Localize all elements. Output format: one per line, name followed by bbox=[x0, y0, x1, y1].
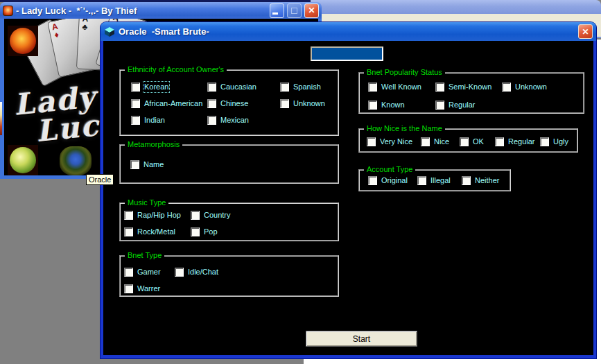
checkbox-unknown-popularity[interactable]: Unknown bbox=[502, 83, 547, 92]
close-button[interactable]: ✕ bbox=[304, 3, 319, 18]
checkbox-box bbox=[460, 137, 469, 146]
close-icon: ✕ bbox=[308, 6, 315, 15]
checkbox-illegal[interactable]: Illegal bbox=[417, 176, 451, 185]
checkbox-box bbox=[502, 83, 511, 92]
checkbox-box bbox=[207, 83, 216, 92]
group-title: Metamorphosis bbox=[125, 140, 182, 148]
checkbox-rock-metal[interactable]: Rock/Metal bbox=[124, 227, 175, 236]
checkbox-regular-niceness[interactable]: Regular bbox=[495, 137, 535, 146]
group-title: Bnet Popularity Status bbox=[364, 68, 445, 76]
checkbox-box bbox=[175, 268, 184, 277]
checkbox-nice[interactable]: Nice bbox=[421, 137, 449, 146]
checkbox-gamer[interactable]: Gamer bbox=[124, 268, 161, 277]
checkbox-box bbox=[130, 160, 139, 169]
minimize-button[interactable] bbox=[270, 3, 284, 18]
start-button[interactable]: Start bbox=[306, 331, 417, 347]
checkbox-box bbox=[435, 83, 444, 92]
group-title: How Nice is the Name bbox=[364, 124, 445, 132]
group-account-type: Account Type Original Illegal Neither bbox=[358, 169, 511, 191]
group-ethnicity: Ethnicity of Account Owner's Korean Cauc… bbox=[119, 69, 339, 136]
checkbox-well-known[interactable]: Well Known bbox=[368, 83, 421, 92]
background-window-titlebar bbox=[304, 0, 601, 14]
checkbox-box bbox=[124, 284, 133, 293]
group-metamorphosis: Metamorphosis Name bbox=[119, 144, 339, 184]
checkbox-korean[interactable]: Korean bbox=[131, 83, 168, 92]
lady-luck-titlebar[interactable]: - Lady Luck - *`'-.,.- By Thief ✕ bbox=[0, 2, 322, 19]
checkbox-box bbox=[207, 99, 216, 108]
checkbox-box bbox=[280, 99, 289, 108]
checkbox-unknown-ethnicity[interactable]: Unknown bbox=[280, 99, 325, 108]
checkbox-box bbox=[540, 137, 549, 146]
lady-luck-title: - Lady Luck - *`'-.,.- By Thief bbox=[16, 6, 267, 16]
checkbox-box bbox=[131, 116, 140, 125]
maximize-icon bbox=[291, 8, 297, 14]
checkbox-name[interactable]: Name bbox=[130, 160, 164, 169]
checkbox-box bbox=[367, 137, 376, 146]
checkbox-regular-popularity[interactable]: Regular bbox=[435, 101, 476, 110]
checkbox-idle-chat[interactable]: Idle/Chat bbox=[175, 268, 218, 277]
checkbox-mexican[interactable]: Mexican bbox=[207, 116, 249, 125]
checkbox-ok[interactable]: OK bbox=[460, 137, 484, 146]
checkbox-box bbox=[124, 227, 133, 236]
checkbox-box bbox=[368, 101, 377, 110]
checkbox-box bbox=[462, 176, 471, 185]
checkbox-box bbox=[124, 211, 133, 220]
left-edge-window-sliver bbox=[0, 102, 2, 135]
checkbox-country[interactable]: Country bbox=[191, 211, 231, 220]
lady-luck-app-icon bbox=[3, 6, 13, 16]
green-orb-icon[interactable] bbox=[10, 147, 36, 173]
checkbox-neither[interactable]: Neither bbox=[462, 176, 499, 185]
maximize-button[interactable] bbox=[287, 3, 302, 18]
group-title: Account Type bbox=[364, 165, 415, 173]
group-title: Music Type bbox=[125, 198, 168, 207]
checkbox-box bbox=[191, 227, 200, 236]
checkbox-known[interactable]: Known bbox=[368, 101, 405, 110]
checkbox-box bbox=[131, 83, 140, 92]
group-bnet-popularity: Bnet Popularity Status Well Known Semi-K… bbox=[358, 72, 584, 114]
checkbox-box bbox=[368, 83, 377, 92]
window-frame-left bbox=[0, 19, 4, 179]
checkbox-rap-hip-hop[interactable]: Rap/Hip Hop bbox=[124, 211, 181, 220]
oracle-dialog: Oracle -Smart Brute- ✕ Ethnicity of Acco… bbox=[101, 22, 596, 358]
checkbox-warrer[interactable]: Warrer bbox=[124, 284, 160, 293]
checkbox-box bbox=[207, 116, 216, 125]
oracle-crest-icon[interactable] bbox=[60, 146, 92, 175]
checkbox-box bbox=[368, 176, 377, 185]
checkbox-box bbox=[124, 268, 133, 277]
group-name-niceness: How Nice is the Name Very Nice Nice OK R… bbox=[358, 128, 578, 153]
oracle-tooltip: Oracle bbox=[86, 174, 114, 185]
fire-orb-icon[interactable] bbox=[10, 28, 36, 54]
checkbox-spanish[interactable]: Spanish bbox=[280, 83, 321, 92]
checkbox-box bbox=[191, 211, 200, 220]
checkbox-very-nice[interactable]: Very Nice bbox=[367, 137, 412, 146]
checkbox-indian[interactable]: Indian bbox=[131, 116, 165, 125]
oracle-dialog-icon bbox=[104, 26, 115, 37]
group-music-type: Music Type Rap/Hip Hop Country Rock/Meta… bbox=[119, 202, 339, 241]
oracle-dialog-client: Ethnicity of Account Owner's Korean Cauc… bbox=[103, 41, 593, 355]
checkbox-box bbox=[131, 99, 140, 108]
group-title: Bnet Type bbox=[125, 251, 164, 259]
checkbox-ugly[interactable]: Ugly bbox=[540, 137, 568, 146]
checkbox-semi-known[interactable]: Semi-Known bbox=[435, 83, 491, 92]
group-bnet-type: Bnet Type Gamer Idle/Chat Warrer bbox=[119, 255, 339, 297]
minimize-icon bbox=[272, 12, 278, 15]
oracle-dialog-title: Oracle -Smart Brute- bbox=[119, 26, 575, 37]
oracle-dialog-titlebar[interactable]: Oracle -Smart Brute- ✕ bbox=[101, 22, 596, 41]
checkbox-caucasian[interactable]: Caucasian bbox=[207, 83, 256, 92]
group-title: Ethnicity of Account Owner's bbox=[125, 65, 227, 73]
close-icon: ✕ bbox=[582, 28, 589, 36]
checkbox-box bbox=[421, 137, 430, 146]
checkbox-african-american[interactable]: African-American bbox=[131, 99, 202, 108]
green-orb-patch bbox=[8, 145, 38, 175]
checkbox-box bbox=[435, 101, 444, 110]
checkbox-box bbox=[280, 83, 289, 92]
checkbox-pop[interactable]: Pop bbox=[191, 227, 218, 236]
checkbox-chinese[interactable]: Chinese bbox=[207, 99, 248, 108]
checkbox-box bbox=[495, 137, 504, 146]
highlighted-text-field[interactable] bbox=[311, 46, 383, 61]
fire-orb-patch bbox=[8, 26, 38, 56]
dialog-close-button[interactable]: ✕ bbox=[578, 24, 593, 39]
checkbox-box bbox=[417, 176, 426, 185]
checkbox-original[interactable]: Original bbox=[368, 176, 408, 185]
